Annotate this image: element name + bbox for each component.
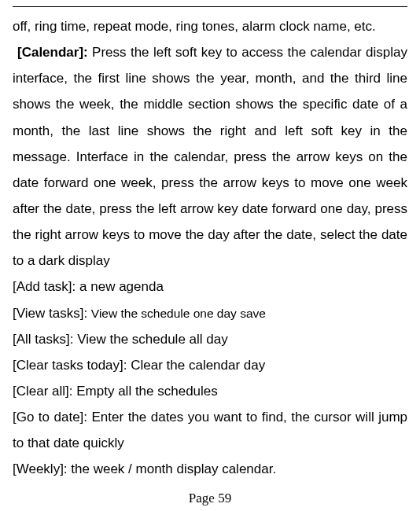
list-item-label: [Clear all]:: [13, 384, 76, 399]
document-body: off, ring time, repeat mode, ring tones,…: [13, 13, 407, 483]
list-item: [Add task]: a new agenda: [13, 274, 407, 300]
list-item: [View tasks]: View the schedule one day …: [13, 300, 407, 326]
list-item: [All tasks]: View the schedule all day: [13, 326, 407, 352]
calendar-section: [Calendar]: Press the left soft key to a…: [13, 39, 407, 274]
intro-line: off, ring time, repeat mode, ring tones,…: [13, 13, 407, 39]
list-item-desc: the week / month display calendar.: [71, 461, 276, 476]
list-item: [Clear all]: Empty all the schedules: [13, 378, 407, 404]
list-item-label: [Weekly]:: [13, 461, 71, 476]
list-item: [Go to date]: Enter the dates you want t…: [13, 404, 407, 456]
page-number: Page 59: [0, 491, 420, 506]
list-item: [Weekly]: the week / month display calen…: [13, 456, 407, 482]
top-rule: [13, 6, 407, 7]
list-item-label: [All tasks]:: [13, 332, 77, 347]
items-list: [Add task]: a new agenda[View tasks]: Vi…: [13, 274, 407, 482]
calendar-heading: [Calendar]:: [17, 45, 92, 60]
list-item-label: [View tasks]:: [13, 306, 91, 321]
list-item-label: [Go to date]:: [13, 410, 92, 425]
list-item: [Clear tasks today]: Clear the calendar …: [13, 352, 407, 378]
list-item-desc: Empty all the schedules: [76, 384, 218, 399]
list-item-desc: View the schedule one day save: [91, 307, 266, 320]
list-item-label: [Clear tasks today]:: [13, 358, 131, 373]
list-item-desc: Clear the calendar day: [131, 358, 265, 373]
list-item-desc: View the schedule all day: [77, 332, 228, 347]
list-item-label: [Add task]:: [13, 279, 79, 294]
calendar-body: Press the left soft key to access the ca…: [13, 45, 407, 268]
list-item-desc: a new agenda: [79, 279, 164, 294]
